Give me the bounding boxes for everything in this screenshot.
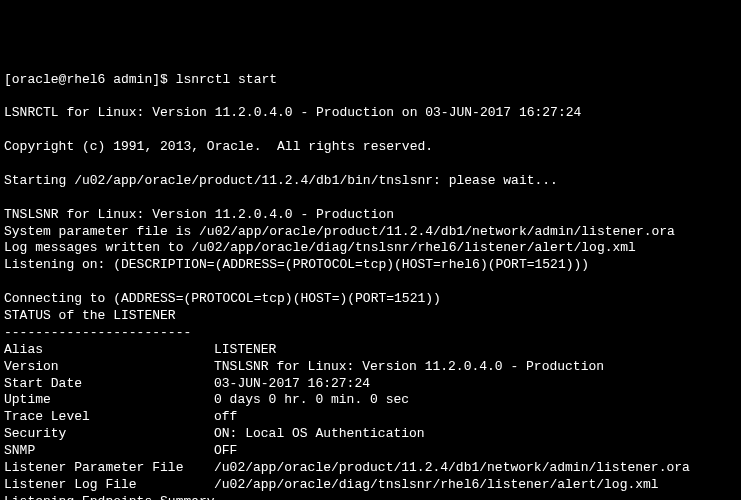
status-label: Uptime [4,392,214,409]
prompt-line: [oracle@rhel6 admin]$ lsnrctl start [4,72,277,87]
command-text: lsnrctl start [176,72,277,87]
terminal-output[interactable]: [oracle@rhel6 admin]$ lsnrctl start LSNR… [4,72,737,500]
status-value: /u02/app/oracle/diag/tnslsnr/rhel6/liste… [214,477,659,492]
starting-line: Starting /u02/app/oracle/product/11.2.4/… [4,173,558,188]
status-logfile-row: Listener Log File/u02/app/oracle/diag/tn… [4,477,737,494]
status-snmp-row: SNMPOFF [4,443,737,460]
log-messages-line: Log messages written to /u02/app/oracle/… [4,240,636,255]
status-value: off [214,409,237,424]
status-value: 03-JUN-2017 16:27:24 [214,376,370,391]
status-value: OFF [214,443,237,458]
tnslsnr-version-line: TNSLSNR for Linux: Version 11.2.0.4.0 - … [4,207,394,222]
status-label: Version [4,359,214,376]
status-value: 0 days 0 hr. 0 min. 0 sec [214,392,409,407]
status-label: SNMP [4,443,214,460]
endpoints-summary-line: Listening Endpoints Summary... [4,494,238,500]
version-header-line: LSNRCTL for Linux: Version 11.2.0.4.0 - … [4,105,581,120]
status-label: Listener Log File [4,477,214,494]
status-paramfile-row: Listener Parameter File/u02/app/oracle/p… [4,460,737,477]
status-header-line: STATUS of the LISTENER [4,308,176,323]
listening-on-line: Listening on: (DESCRIPTION=(ADDRESS=(PRO… [4,257,589,272]
param-file-line: System parameter file is /u02/app/oracle… [4,224,675,239]
status-label: Trace Level [4,409,214,426]
status-value: LISTENER [214,342,276,357]
copyright-line: Copyright (c) 1991, 2013, Oracle. All ri… [4,139,433,154]
status-tracelevel-row: Trace Leveloff [4,409,737,426]
prompt-userhost: [oracle@rhel6 admin]$ [4,72,168,87]
separator-line: ------------------------ [4,325,191,340]
status-value: TNSLSNR for Linux: Version 11.2.0.4.0 - … [214,359,604,374]
status-uptime-row: Uptime0 days 0 hr. 0 min. 0 sec [4,392,737,409]
connecting-line: Connecting to (ADDRESS=(PROTOCOL=tcp)(HO… [4,291,441,306]
status-value: /u02/app/oracle/product/11.2.4/db1/netwo… [214,460,690,475]
status-label: Start Date [4,376,214,393]
status-alias-row: AliasLISTENER [4,342,737,359]
status-label: Security [4,426,214,443]
status-value: ON: Local OS Authentication [214,426,425,441]
status-security-row: SecurityON: Local OS Authentication [4,426,737,443]
status-label: Alias [4,342,214,359]
status-startdate-row: Start Date03-JUN-2017 16:27:24 [4,376,737,393]
status-version-row: VersionTNSLSNR for Linux: Version 11.2.0… [4,359,737,376]
status-label: Listener Parameter File [4,460,214,477]
